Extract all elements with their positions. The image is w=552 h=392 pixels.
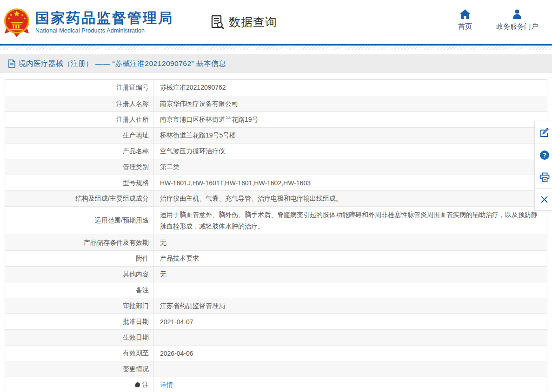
row-label: 注册证编号: [5, 80, 154, 96]
row-label: 批准日期: [5, 314, 154, 329]
breadcrumb-label: 境内医疗器械（注册） —— “苏械注准20212090762” 基本信息: [19, 59, 226, 69]
close-icon: [540, 195, 549, 204]
detail-link[interactable]: 详情: [160, 381, 173, 389]
table-row: 注册证编号 苏械注准20212090762: [5, 80, 547, 96]
row-value: 南京华伟医疗设备有限公司: [154, 96, 547, 111]
row-value: [154, 361, 547, 377]
floating-side-panel: 数 ? 常 打 关: [534, 121, 552, 211]
row-value: [154, 330, 547, 345]
table-row: 产品储存条件及有效期 无: [5, 235, 547, 250]
table-row: 型号规格 HW-1601J,HW-1601T,HW-1601,HW-1602,H…: [5, 175, 547, 190]
row-value: 第二类: [154, 159, 547, 175]
row-label: 审批部门: [5, 298, 154, 314]
row-label: 生效日期: [5, 330, 154, 345]
document-icon: [8, 59, 15, 68]
row-label: 生产地址: [5, 128, 154, 143]
row-label: 型号规格: [5, 175, 154, 190]
row-label: 注册人住所: [5, 112, 154, 127]
row-label: 附件: [5, 251, 154, 266]
side-item-faq[interactable]: ? 常: [535, 144, 552, 166]
row-value: 桥林街道兰花路19号5号楼: [154, 128, 547, 143]
note-label: 注: [142, 381, 149, 389]
question-icon: ?: [540, 150, 549, 160]
row-value: HW-1601J,HW-1601T,HW-1601,HW-1602,HW-160…: [154, 175, 547, 190]
row-label: 结构及组成/主要组成成分: [5, 191, 154, 206]
row-value: 南京市浦口区桥林街道兰花路19号: [154, 112, 547, 127]
row-label: 适用范围/预期用途: [5, 207, 154, 235]
registration-info-table: 注册证编号 苏械注准20212090762 注册人名称 南京华伟医疗设备有限公司…: [5, 79, 547, 392]
table-row: 批准日期 2021-04-07: [5, 314, 547, 329]
brand-block: 国家药品监督管理局 National Medical Products Admi…: [35, 10, 173, 34]
header-divider-stripes: [0, 46, 552, 50]
row-label: 注: [5, 377, 154, 392]
row-value: 治疗仪由主机、气囊、充气导管、治疗电极和电疗输出线组成。: [154, 191, 547, 206]
row-label: 变更情况: [5, 361, 154, 377]
row-value: 空气波压力循环治疗仪: [154, 144, 547, 159]
table-row: 备注: [5, 282, 547, 298]
side-item-print[interactable]: 打: [535, 166, 552, 188]
side-item-data[interactable]: 数: [535, 121, 552, 144]
row-label: 注册人名称: [5, 96, 154, 111]
data-query-section: 数据查询: [210, 14, 277, 30]
breadcrumb: 境内医疗器械（注册） —— “苏械注准20212090762” 基本信息: [0, 54, 552, 73]
table-row: 注册人名称 南京华伟医疗设备有限公司: [5, 96, 547, 111]
site-header: 国家药品监督管理局 National Medical Products Admi…: [0, 0, 552, 44]
nav-portal[interactable]: 政务服务门户: [496, 9, 538, 31]
table-row: 审批部门 江苏省药品监督管理局: [5, 298, 547, 314]
row-value: 适用于脑血管意外、脑外伤、脑手术后、脊髓病变引起的肢体功能障碍和外周非栓塞性脉管…: [154, 207, 547, 235]
row-value: 2021-04-07: [154, 314, 547, 329]
table-row-note: 注 详情: [5, 377, 547, 392]
table-row: 结构及组成/主要组成成分 治疗仪由主机、气囊、充气导管、治疗电极和电疗输出线组成…: [5, 190, 547, 206]
table-row: 注册人住所 南京市浦口区桥林街道兰花路19号: [5, 111, 547, 127]
row-value: 苏械注准20212090762: [154, 80, 547, 96]
table-row: 适用范围/预期用途 适用于脑血管意外、脑外伤、脑手术后、脊髓病变引起的肢体功能障…: [5, 206, 547, 235]
home-icon: [459, 9, 471, 19]
site-title: 国家药品监督管理局: [35, 10, 173, 26]
row-label: 产品储存条件及有效期: [5, 235, 154, 250]
row-label: 管理类别: [5, 159, 154, 175]
printer-icon: [540, 172, 550, 182]
row-value: 产品技术要求: [154, 251, 547, 266]
note-icon: [135, 382, 140, 387]
row-value: 详情: [154, 377, 547, 392]
data-query-label: 数据查询: [229, 14, 277, 30]
edit-icon: [540, 128, 550, 137]
nav-home-label: 首页: [458, 22, 472, 31]
row-label: 有效期至: [5, 346, 154, 361]
user-icon: [512, 9, 522, 19]
table-row: 附件 产品技术要求: [5, 250, 547, 266]
table-row: 生产地址 桥林街道兰花路19号5号楼: [5, 127, 547, 143]
row-value: 江苏省药品监督管理局: [154, 298, 547, 314]
header-nav: 首页 政务服务门户: [458, 9, 538, 31]
table-row: 产品名称 空气波压力循环治疗仪: [5, 143, 547, 159]
table-row: 管理类别 第二类: [5, 159, 547, 175]
table-row: 其他内容 无: [5, 266, 547, 282]
row-value: 无: [154, 267, 547, 282]
table-row: 生效日期: [5, 329, 547, 345]
row-value: 2026-04-06: [154, 346, 547, 361]
row-label: 产品名称: [5, 144, 154, 159]
row-value: [154, 282, 547, 298]
row-value: 无: [154, 235, 547, 250]
side-item-close[interactable]: 关: [535, 188, 552, 210]
table-row: 有效期至 2026-04-06: [5, 345, 547, 361]
national-emblem-logo: [4, 7, 30, 37]
nav-portal-label: 政务服务门户: [496, 22, 538, 31]
nav-home[interactable]: 首页: [458, 9, 472, 31]
row-label: 备注: [5, 282, 154, 298]
table-row: 变更情况: [5, 361, 547, 377]
site-subtitle: National Medical Products Administration: [35, 27, 173, 34]
data-query-icon: [210, 14, 226, 30]
row-label: 其他内容: [5, 267, 154, 282]
